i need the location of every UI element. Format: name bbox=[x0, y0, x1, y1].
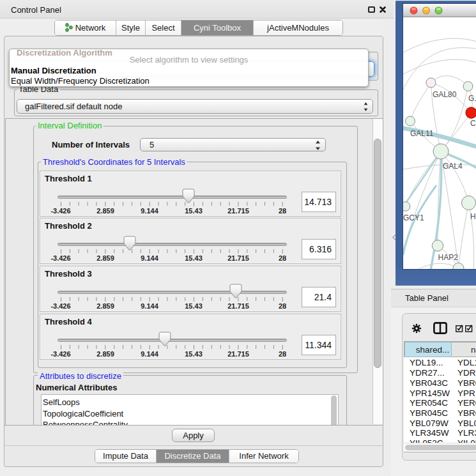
svg-text:H: H bbox=[470, 212, 476, 221]
svg-text:G.: G. bbox=[468, 94, 476, 103]
svg-text:GCY1: GCY1 bbox=[403, 213, 424, 222]
svg-text:HAP2: HAP2 bbox=[438, 253, 459, 262]
svg-text:GAL11: GAL11 bbox=[410, 129, 434, 138]
svg-text:C: C bbox=[470, 119, 476, 128]
svg-text:GAL4: GAL4 bbox=[443, 162, 463, 171]
svg-text:GAL80: GAL80 bbox=[433, 90, 457, 99]
